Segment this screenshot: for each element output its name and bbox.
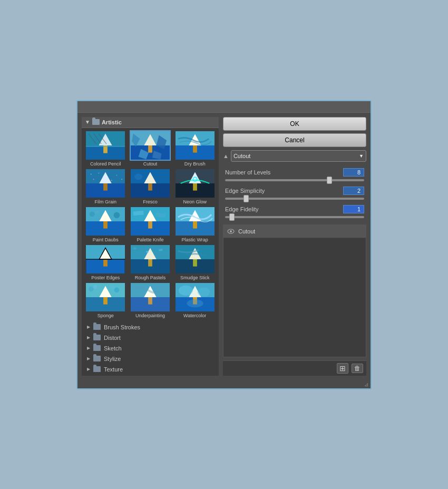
dialog-footer: ⊿ bbox=[77, 380, 371, 388]
svg-rect-34 bbox=[148, 183, 152, 191]
layer-visibility-icon[interactable] bbox=[227, 227, 235, 236]
thumb-poster-edges[interactable]: Poster Edges bbox=[84, 244, 128, 281]
artistic-label: Artistic bbox=[102, 119, 122, 125]
filter-selector-row: ▲ Cutout ▼ bbox=[223, 150, 366, 162]
thumb-film-grain[interactable]: Film Grain bbox=[84, 168, 128, 205]
thumb-label: Paint Daubs bbox=[93, 237, 119, 243]
thumb-underpainting[interactable]: Underpainting bbox=[129, 282, 172, 319]
layers-panel: Cutout bbox=[223, 224, 366, 357]
subfolder-label: Texture bbox=[104, 366, 123, 373]
thumbnail-grid: Colored Pencil bbox=[82, 128, 219, 321]
thumb-label: Film Grain bbox=[95, 199, 117, 205]
svg-rect-62 bbox=[103, 259, 108, 267]
subfolder-stylize[interactable]: ▶ Stylize bbox=[82, 354, 219, 364]
thumb-plastic-wrap[interactable]: Plastic Wrap bbox=[173, 206, 217, 243]
thumb-neon-glow[interactable]: Neon Glow bbox=[173, 168, 217, 205]
thumb-rough-pastels[interactable]: Rough Pastels bbox=[129, 244, 172, 281]
filter-selector-collapse-btn[interactable]: ▲ bbox=[223, 153, 229, 159]
ok-button[interactable]: OK bbox=[223, 117, 366, 131]
filter-dropdown-arrow-icon: ▼ bbox=[359, 153, 364, 159]
thumb-label: Dry Brush bbox=[184, 161, 206, 167]
svg-point-30 bbox=[122, 179, 123, 180]
thumb-label: Palette Knife bbox=[137, 237, 163, 243]
svg-point-82 bbox=[93, 285, 98, 289]
cancel-button[interactable]: Cancel bbox=[223, 133, 366, 147]
thumb-dry-brush[interactable]: Dry Brush bbox=[173, 130, 217, 167]
number-of-levels-slider[interactable] bbox=[225, 179, 364, 181]
edge-simplicity-control: Edge Simplicity bbox=[225, 187, 364, 200]
layer-item[interactable]: Cutout bbox=[223, 225, 366, 238]
svg-rect-23 bbox=[103, 183, 108, 191]
thumb-colored-pencil[interactable]: Colored Pencil bbox=[84, 130, 128, 167]
svg-rect-52 bbox=[148, 221, 152, 229]
edge-fidelity-input[interactable] bbox=[343, 205, 364, 213]
svg-point-95 bbox=[198, 287, 210, 297]
subfolder-label: Brush Strokes bbox=[104, 324, 140, 330]
thumb-label: Sponge bbox=[98, 312, 114, 319]
svg-rect-11 bbox=[148, 145, 152, 153]
subfolder-sketch[interactable]: ▶ Sketch bbox=[82, 343, 219, 354]
edge-fidelity-control: Edge Fidelity bbox=[225, 205, 364, 218]
number-of-levels-input[interactable] bbox=[343, 168, 364, 177]
subfolder-label: Stylize bbox=[104, 356, 121, 362]
subfolder-distort[interactable]: ▶ Distort bbox=[82, 332, 219, 343]
svg-rect-45 bbox=[103, 221, 108, 229]
thumb-paint-daubs[interactable]: Paint Daubs bbox=[84, 206, 128, 243]
svg-rect-80 bbox=[103, 297, 108, 305]
svg-point-29 bbox=[106, 176, 107, 177]
thumb-watercolor[interactable]: Watercolor bbox=[173, 282, 217, 319]
collapse-arrow-icon: ▼ bbox=[85, 119, 90, 125]
filter-dropdown[interactable]: Cutout ▼ bbox=[231, 150, 366, 162]
subfolder-brush-strokes[interactable]: ▶ Brush Strokes bbox=[82, 322, 219, 332]
dialog-body: ▼ Artistic bbox=[77, 113, 371, 380]
svg-rect-58 bbox=[193, 221, 197, 229]
thumb-cutout[interactable]: Cutout bbox=[129, 130, 172, 167]
subfolder-arrow-icon: ▶ bbox=[87, 335, 90, 340]
edge-simplicity-slider[interactable] bbox=[225, 198, 364, 200]
resize-handle-icon[interactable]: ⊿ bbox=[364, 382, 368, 387]
svg-rect-69 bbox=[148, 259, 152, 267]
subfolder-arrow-icon: ▶ bbox=[87, 356, 90, 361]
new-layer-button[interactable]: ⊞ bbox=[337, 363, 348, 374]
action-buttons: OK Cancel bbox=[223, 117, 366, 147]
svg-rect-19 bbox=[193, 145, 197, 153]
filter-current-value: Cutout bbox=[233, 153, 250, 159]
svg-point-25 bbox=[99, 172, 100, 173]
thumb-palette-knife[interactable]: Palette Knife bbox=[129, 206, 172, 243]
svg-point-84 bbox=[111, 285, 115, 289]
edge-simplicity-label: Edge Simplicity bbox=[225, 188, 265, 194]
edge-fidelity-slider[interactable] bbox=[225, 216, 364, 218]
edge-fidelity-label: Edge Fidelity bbox=[225, 206, 259, 212]
svg-point-35 bbox=[134, 173, 143, 180]
thumb-sponge[interactable]: Sponge bbox=[84, 282, 128, 319]
svg-point-98 bbox=[230, 230, 232, 232]
artistic-section-header[interactable]: ▼ Artistic bbox=[82, 117, 219, 128]
thumb-label: Plastic Wrap bbox=[181, 237, 208, 243]
svg-point-94 bbox=[178, 285, 192, 295]
thumb-label: Watercolor bbox=[183, 312, 206, 319]
svg-point-81 bbox=[89, 286, 94, 291]
right-panel: OK Cancel ▲ Cutout ▼ Number of Levels bbox=[223, 117, 366, 376]
svg-point-83 bbox=[114, 287, 120, 292]
thumb-label: Rough Pastels bbox=[135, 275, 166, 281]
layer-name: Cutout bbox=[238, 228, 255, 234]
thumb-smudge-stick[interactable]: Smudge Stick bbox=[173, 244, 217, 281]
subfolder-arrow-icon: ▶ bbox=[87, 325, 90, 329]
subfolder-arrow-icon: ▶ bbox=[87, 367, 90, 371]
thumb-label: Neon Glow bbox=[183, 199, 207, 205]
thumb-fresco[interactable]: Fresco bbox=[129, 168, 172, 205]
subfolder-arrow-icon: ▶ bbox=[87, 346, 90, 350]
delete-layer-button[interactable]: 🗑 bbox=[352, 364, 363, 373]
subfolder-texture[interactable]: ▶ Texture bbox=[82, 364, 219, 375]
svg-point-46 bbox=[90, 211, 95, 217]
svg-rect-72 bbox=[146, 251, 149, 252]
thumb-label: Fresco bbox=[143, 199, 158, 205]
subfolder-label: Sketch bbox=[104, 345, 122, 351]
svg-point-48 bbox=[114, 212, 120, 218]
svg-point-27 bbox=[116, 174, 118, 175]
edge-simplicity-input[interactable] bbox=[343, 187, 364, 195]
subfolder-list: ▶ Brush Strokes ▶ Distort ▶ bbox=[82, 321, 219, 376]
thumb-label: Smudge Stick bbox=[180, 275, 210, 281]
filter-gallery-dialog: ▼ Artistic bbox=[76, 100, 372, 389]
svg-point-26 bbox=[93, 179, 94, 180]
